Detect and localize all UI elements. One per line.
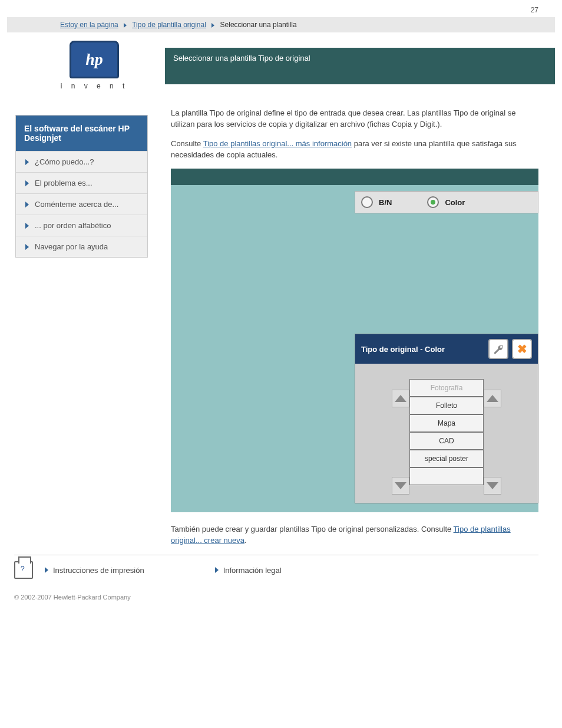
list-item[interactable]: Mapa	[409, 414, 484, 432]
bn-label: B/N	[379, 198, 392, 207]
list-item-empty	[409, 467, 484, 485]
list-item[interactable]: Fotografía	[409, 379, 484, 397]
arrow-right-icon	[25, 223, 29, 229]
type-original-popup: Tipo de original - Color ✖ Fotografía Fo…	[355, 334, 538, 503]
arrow-right-icon	[25, 202, 29, 207]
outro-paragraph: También puede crear y guardar plantillas…	[171, 524, 538, 546]
step-arrows	[484, 379, 501, 495]
sidebar-item-problem[interactable]: El problema es...	[16, 172, 147, 193]
radio-bn[interactable]	[361, 196, 373, 208]
sidebar-heading: El software del escáner HP Designjet	[16, 116, 147, 151]
sidebar-item-label: Navegar por la ayuda	[35, 242, 108, 251]
double-arrow-up-icon	[395, 395, 406, 402]
arrow-right-icon	[45, 567, 48, 573]
sidebar-item-label: El problema es...	[35, 179, 92, 187]
page-number: 27	[0, 0, 562, 17]
color-mode-bar: B/N Color	[355, 191, 538, 213]
arrow-up-icon	[487, 395, 498, 402]
arrow-right-icon	[25, 244, 29, 250]
sidebar-item-howto[interactable]: ¿Cómo puedo...?	[16, 151, 147, 172]
chevron-right-icon	[124, 23, 127, 28]
page-down-button[interactable]	[392, 477, 409, 495]
page-up-button[interactable]	[392, 390, 409, 407]
close-icon[interactable]: ✖	[512, 339, 532, 359]
print-instructions-link[interactable]: Instrucciones de impresión	[45, 566, 144, 575]
info-link[interactable]: Tipo de plantillas original... más infor…	[203, 139, 352, 148]
breadcrumb-current: Seleccionar una plantilla	[220, 21, 297, 29]
step-up-button[interactable]	[484, 390, 501, 407]
embedded-screenshot: B/N Color Tipo de original - Color ✖	[171, 169, 538, 512]
arrow-right-icon	[25, 180, 29, 186]
main-content: La plantilla Tipo de original define el …	[171, 108, 538, 546]
sidebar-item-navigate[interactable]: Navegar por la ayuda	[16, 236, 147, 257]
arrow-right-icon	[215, 567, 219, 573]
hp-invent-text: i n v e n t	[59, 82, 130, 90]
arrow-right-icon	[25, 159, 29, 165]
breadcrumb-link-0[interactable]: Estoy en la página	[60, 21, 118, 29]
sidebar-item-alphabetical[interactable]: ... por orden alfabético	[16, 215, 147, 236]
list-item[interactable]: special poster	[409, 450, 484, 467]
arrow-down-icon	[487, 482, 498, 489]
sidebar-item-tellme[interactable]: Coménteme acerca de...	[16, 193, 147, 215]
radio-color[interactable]	[427, 196, 439, 208]
legal-info-link[interactable]: Información legal	[215, 566, 282, 575]
wrench-icon[interactable]	[488, 339, 508, 359]
text-fragment: También puede crear y guardar plantillas…	[171, 525, 454, 533]
template-list: Fotografía Folleto Mapa CAD special post…	[409, 379, 484, 495]
sidebar: El software del escáner HP Designjet ¿Có…	[15, 115, 148, 258]
text-fragment: Consulte	[171, 139, 203, 148]
link-label: Instrucciones de impresión	[53, 566, 144, 575]
color-label: Color	[445, 198, 465, 207]
page-title: Seleccionar una plantilla Tipo de origin…	[165, 48, 555, 84]
intro-text: La plantilla Tipo de original define el …	[171, 108, 538, 130]
link-label: Información legal	[223, 566, 282, 575]
sidebar-item-label: ... por orden alfabético	[35, 221, 111, 230]
breadcrumb-link-1[interactable]: Tipo de plantilla original	[132, 21, 206, 29]
hp-logo-icon: hp	[70, 41, 119, 78]
sidebar-item-label: Coménteme acerca de...	[35, 200, 118, 209]
list-item[interactable]: Folleto	[409, 397, 484, 414]
hp-logo: hp i n v e n t	[59, 41, 130, 90]
chevron-right-icon	[211, 23, 214, 28]
step-down-button[interactable]	[484, 477, 501, 495]
page-arrows	[392, 379, 409, 495]
double-arrow-down-icon	[395, 482, 406, 489]
copyright: © 2002-2007 Hewlett-Packard Company	[14, 593, 538, 602]
popup-title: Tipo de original - Color	[361, 345, 485, 354]
list-item[interactable]: CAD	[409, 432, 484, 450]
breadcrumb: Estoy en la página Tipo de plantilla ori…	[7, 17, 555, 32]
printer-help-icon	[14, 561, 33, 579]
sidebar-item-label: ¿Cómo puedo...?	[35, 157, 94, 166]
link-paragraph: Consulte Tipo de plantillas original... …	[171, 139, 538, 161]
footer-links: Instrucciones de impresión Información l…	[14, 555, 538, 579]
